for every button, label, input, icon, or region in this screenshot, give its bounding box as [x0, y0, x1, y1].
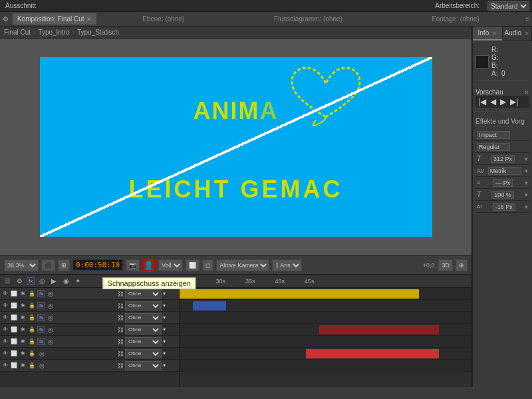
- layer-eye-btn[interactable]: 👁: [1, 338, 9, 346]
- metrik-value[interactable]: Metrik: [488, 167, 521, 175]
- layer-parent-select[interactable]: Ohne: [125, 289, 162, 299]
- spacing-arrow[interactable]: ▾: [525, 180, 528, 186]
- layer-lock-btn[interactable]: 🔒: [27, 315, 37, 321]
- layer-circle-btn[interactable]: ◎: [46, 301, 55, 311]
- safe-zones-btn[interactable]: ⊞: [58, 259, 70, 271]
- layer-cursor-btn[interactable]: ⬜: [10, 314, 18, 322]
- preview-close-btn[interactable]: ✕: [524, 89, 529, 96]
- breadcrumb-item-2[interactable]: Typo_Statisch: [77, 29, 119, 36]
- spacing-px[interactable]: — Px: [493, 179, 513, 187]
- track-segment[interactable]: [306, 349, 439, 358]
- snapshot-show-btn[interactable]: 👤 Schnappschuss anzeigen: [142, 259, 156, 272]
- menu-item-ausschnitt[interactable]: Ausschnitt: [3, 2, 39, 9]
- zoom-select[interactable]: 38,3%: [4, 259, 39, 271]
- layer-lock-btn[interactable]: 🔒: [27, 338, 37, 344]
- layer-solo-btn[interactable]: ✱: [19, 302, 27, 310]
- prev-back-btn[interactable]: ◀: [489, 97, 497, 106]
- layer-lock-btn[interactable]: 🔒: [27, 362, 37, 368]
- layer-lock-btn[interactable]: 🔒: [27, 327, 37, 332]
- quality-select[interactable]: Voll: [158, 259, 183, 271]
- layer-cursor-btn[interactable]: ⬜: [10, 362, 18, 370]
- tl-icon-menu[interactable]: ☰: [3, 277, 12, 286]
- layer-eye-btn[interactable]: 👁: [1, 362, 9, 370]
- baseline-px[interactable]: -16 Px: [493, 203, 515, 211]
- layer-parent-select[interactable]: Ohne: [125, 337, 162, 346]
- comp-tab-close[interactable]: ✕: [86, 16, 92, 23]
- layer-solo-btn[interactable]: ✱: [19, 362, 27, 370]
- tl-icon-play[interactable]: ▶: [49, 277, 59, 286]
- layer-lock-btn[interactable]: 🔒: [27, 350, 37, 356]
- fast-preview-btn[interactable]: ⬜: [186, 259, 200, 271]
- track-segment[interactable]: [319, 325, 439, 334]
- layer-cursor-btn[interactable]: ⬜: [10, 338, 18, 346]
- prev-last-btn[interactable]: ▶|: [509, 97, 519, 106]
- font-size-px[interactable]: 312 Px: [491, 155, 515, 163]
- layer-eye-btn[interactable]: 👁: [1, 326, 9, 334]
- layer-parent-select[interactable]: Ohne: [125, 325, 162, 334]
- tl-icon-star[interactable]: ✦: [73, 277, 82, 286]
- motion-blur-btn[interactable]: ⊕: [456, 259, 467, 271]
- layer-circle-btn[interactable]: ◎: [46, 337, 55, 346]
- layer-solo-btn[interactable]: ✱: [19, 338, 27, 346]
- layer-fx-badge[interactable]: fx: [37, 338, 45, 345]
- layer-fx-badge[interactable]: fx: [37, 326, 45, 333]
- 3d-btn[interactable]: 3D: [438, 259, 453, 271]
- breadcrumb-item-0[interactable]: Final Cut: [4, 29, 31, 36]
- camera-snapshot-btn[interactable]: 📷: [126, 259, 140, 271]
- prev-play-btn[interactable]: ▶: [499, 97, 507, 106]
- layer-eye-btn[interactable]: 👁: [1, 290, 9, 298]
- tl-icon-record[interactable]: ◉: [61, 277, 70, 286]
- layer-cursor-btn[interactable]: ⬜: [10, 302, 18, 310]
- layer-fx-badge[interactable]: fx: [37, 314, 45, 321]
- layer-lock-btn[interactable]: 🔒: [27, 291, 37, 297]
- layer-eye-btn[interactable]: 👁: [1, 302, 9, 310]
- composition-tab[interactable]: Komposition: Final Cut ✕: [13, 13, 96, 25]
- tab-info[interactable]: Info ✕: [473, 27, 503, 41]
- layer-cursor-btn[interactable]: ⬜: [10, 326, 18, 334]
- layer-fx-badge[interactable]: fx: [37, 290, 45, 297]
- layer-eye-btn[interactable]: 👁: [1, 314, 9, 322]
- layer-parent-select[interactable]: Ohne: [125, 301, 162, 311]
- baseline-arrow[interactable]: ▾: [525, 203, 528, 210]
- font-name-value[interactable]: Impact: [477, 131, 510, 139]
- size-pct-arrow[interactable]: ▾: [525, 192, 528, 198]
- camera-select[interactable]: Aktive Kamera: [216, 259, 269, 271]
- layer-solo-btn[interactable]: ✱: [19, 314, 27, 322]
- layer-circle-btn[interactable]: ◎: [46, 313, 55, 323]
- layer-solo-btn[interactable]: ✱: [19, 350, 27, 358]
- layer-solo-btn[interactable]: ✱: [19, 326, 27, 334]
- arbeitsbereich-select[interactable]: Standard: [487, 1, 529, 11]
- tl-icon-settings[interactable]: ⚙: [15, 277, 24, 286]
- breadcrumb-item-1[interactable]: Typo_Intro: [38, 29, 69, 36]
- layer-circle-btn[interactable]: ◎: [37, 361, 47, 370]
- toggle-alpha-btn[interactable]: ◻: [202, 259, 213, 271]
- timecode-display[interactable]: 0:00:50:10: [72, 259, 123, 271]
- tab-audio-close[interactable]: ✕: [525, 31, 529, 37]
- layer-solo-btn[interactable]: ✱: [19, 290, 27, 298]
- tab-audio[interactable]: Audio ✕: [503, 27, 533, 41]
- track-segment[interactable]: [193, 301, 226, 311]
- prev-first-btn[interactable]: |◀: [477, 97, 487, 106]
- layer-cursor-btn[interactable]: ⬜: [10, 290, 18, 298]
- font-style-value[interactable]: Regular: [477, 143, 510, 151]
- layer-circle-btn[interactable]: ◎: [46, 289, 55, 299]
- layer-parent-select[interactable]: Ohne: [125, 313, 162, 323]
- tl-icon-circle[interactable]: ◎: [37, 277, 47, 286]
- panel-menu-btn[interactable]: ≡: [525, 15, 529, 23]
- layer-circle-btn[interactable]: ◎: [37, 349, 47, 358]
- view-select[interactable]: 1 Ans.: [272, 259, 302, 271]
- fit-btn[interactable]: ⬛: [41, 259, 55, 271]
- layer-fx-badge[interactable]: fx: [37, 302, 45, 309]
- size-pct-value[interactable]: 100 %: [491, 191, 514, 199]
- size-dropdown-arrow[interactable]: ▾: [525, 156, 528, 162]
- layer-circle-btn[interactable]: ◎: [46, 325, 55, 334]
- track-segment[interactable]: [180, 289, 419, 299]
- layer-eye-btn[interactable]: 👁: [1, 350, 9, 358]
- metrik-arrow[interactable]: ▾: [525, 168, 528, 174]
- tab-info-close[interactable]: ✕: [492, 31, 497, 37]
- layer-parent-select[interactable]: Ohne: [125, 349, 162, 358]
- layer-cursor-btn[interactable]: ⬜: [10, 350, 18, 358]
- layer-lock-btn[interactable]: 🔒: [27, 303, 37, 309]
- tl-fx-label[interactable]: fx: [27, 277, 35, 285]
- layer-parent-select[interactable]: Ohne: [125, 361, 162, 370]
